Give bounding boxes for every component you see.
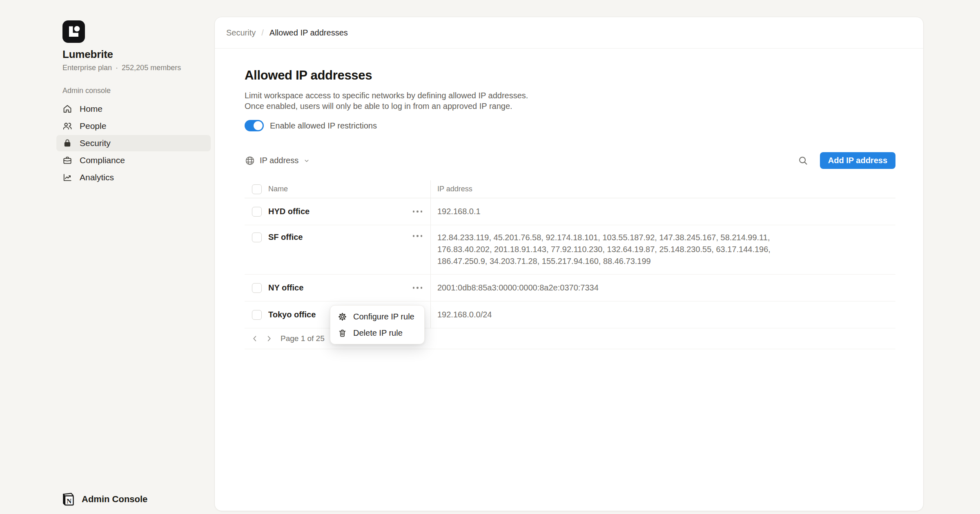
toggle-knob [254, 121, 263, 130]
main-panel: Security / Allowed IP addresses Allowed … [214, 17, 924, 511]
menu-item-label: Delete IP rule [353, 328, 403, 338]
toolbar: IP address Add IP address [245, 152, 895, 169]
table-row: SF office 12.84.233.119, 45.201.76.58, 9… [245, 225, 895, 275]
table-header-left: Name [245, 180, 430, 198]
next-page-button[interactable] [264, 333, 274, 344]
filter-label: IP address [260, 156, 298, 165]
svg-text:N: N [67, 497, 72, 505]
row-ip: 192.168.0.0/24 [437, 309, 492, 321]
row-checkbox[interactable] [252, 283, 262, 293]
page-description-line2: Once enabled, users will only be able to… [245, 101, 895, 111]
gear-icon [338, 312, 347, 321]
delete-ip-rule-item[interactable]: Delete IP rule [333, 325, 422, 341]
ip-restrictions-toggle[interactable] [245, 120, 264, 131]
sidebar-item-label: Compliance [80, 155, 125, 165]
page-description: Limit workspace access to specific netwo… [245, 90, 895, 111]
workspace-logo[interactable] [62, 20, 85, 43]
sidebar-item-security[interactable]: Security [56, 135, 211, 151]
row-context-menu: Configure IP rule Delete IP rule [330, 305, 425, 344]
meta-separator: · [116, 64, 118, 72]
toggle-label: Enable allowed IP restrictions [270, 121, 377, 131]
sidebar-item-people[interactable]: People [56, 118, 211, 134]
sidebar-nav: Home People Security [56, 101, 211, 186]
row-more-button[interactable] [412, 284, 423, 291]
chevron-right-icon [265, 334, 274, 343]
plan-label: Enterprise plan [62, 64, 112, 72]
add-ip-address-button[interactable]: Add IP address [820, 152, 895, 169]
globe-icon [245, 155, 255, 166]
trash-icon [338, 328, 347, 338]
workspace-meta: Enterprise plan · 252,205 members [62, 64, 181, 72]
table-header: Name IP address [245, 180, 895, 198]
page-description-line1: Limit workspace access to specific netwo… [245, 90, 895, 101]
row-name: NY office [268, 283, 303, 292]
row-name: HYD office [268, 207, 310, 216]
table-header-right: IP address [430, 180, 895, 198]
page-content: Allowed IP addresses Limit workspace acc… [245, 49, 895, 349]
column-header-name: Name [268, 185, 288, 193]
lumebrite-logo-icon [62, 20, 85, 43]
briefcase-icon [62, 155, 73, 166]
sidebar-item-analytics[interactable]: Analytics [56, 169, 211, 186]
workspace-name: Lumebrite [62, 48, 113, 61]
table-row: NY office 2001:0db8:85a3:0000:0000:8a2e:… [245, 275, 895, 301]
toggle-row: Enable allowed IP restrictions [245, 120, 895, 131]
breadcrumb: Security / Allowed IP addresses [215, 17, 923, 49]
row-name: Tokyo office [268, 310, 316, 319]
lock-icon [62, 138, 73, 148]
search-icon [797, 155, 808, 166]
pagination-label: Page 1 of 25 [281, 334, 325, 343]
row-checkbox[interactable] [252, 310, 262, 320]
sidebar-item-home[interactable]: Home [56, 101, 211, 117]
table-row: HYD office 192.168.0.1 [245, 198, 895, 225]
configure-ip-rule-item[interactable]: Configure IP rule [333, 308, 422, 325]
search-button[interactable] [797, 155, 809, 167]
notion-cube-icon: N [61, 492, 76, 507]
row-more-button[interactable] [412, 233, 423, 239]
row-ip: 12.84.233.119, 45.201.76.58, 92.174.18.1… [437, 225, 776, 274]
footer-label: Admin Console [82, 494, 147, 505]
select-all-checkbox[interactable] [252, 184, 262, 194]
row-checkbox[interactable] [252, 207, 262, 217]
page-title: Allowed IP addresses [245, 68, 895, 83]
sidebar-item-label: People [80, 121, 106, 131]
home-icon [62, 104, 73, 114]
sidebar-item-label: Analytics [80, 173, 114, 182]
sidebar-item-label: Home [80, 104, 102, 114]
breadcrumb-current: Allowed IP addresses [270, 28, 348, 38]
sidebar-item-compliance[interactable]: Compliance [56, 152, 211, 168]
sidebar-section-label: Admin console [62, 86, 111, 95]
row-name: SF office [268, 233, 303, 242]
row-checkbox[interactable] [252, 233, 262, 242]
menu-item-label: Configure IP rule [353, 312, 414, 321]
toolbar-right: Add IP address [797, 152, 895, 169]
ip-address-filter[interactable]: IP address [245, 155, 310, 166]
chevron-left-icon [250, 334, 259, 343]
sidebar: Lumebrite Enterprise plan · 252,205 memb… [0, 0, 214, 514]
previous-page-button[interactable] [249, 333, 260, 344]
chart-icon [62, 172, 73, 183]
members-count: 252,205 members [122, 64, 181, 72]
sidebar-item-label: Security [80, 138, 111, 148]
breadcrumb-parent[interactable]: Security [226, 28, 256, 38]
people-icon [62, 121, 73, 131]
breadcrumb-separator: / [261, 28, 264, 38]
row-ip: 192.168.0.1 [437, 206, 481, 217]
row-more-button[interactable] [412, 208, 423, 215]
column-header-ip: IP address [437, 185, 472, 193]
sidebar-footer[interactable]: N Admin Console [61, 492, 147, 507]
chevron-down-icon [303, 157, 310, 164]
row-ip: 2001:0db8:85a3:0000:0000:8a2e:0370:7334 [437, 282, 599, 294]
